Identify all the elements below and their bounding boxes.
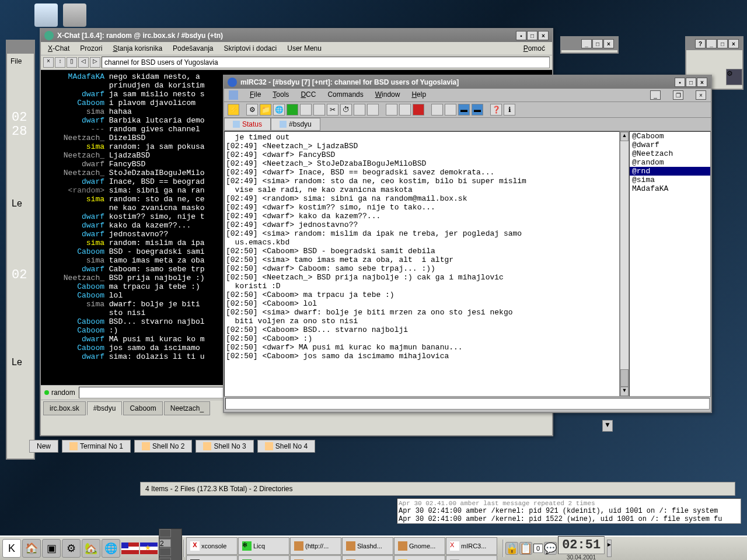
tb-get-icon[interactable] (413, 104, 424, 116)
mirc-nicklist[interactable]: @Caboom@dwarf@Neetzach@random@rnd@simaMA… (629, 131, 711, 397)
konqueror-button[interactable]: 🌐 (102, 539, 120, 558)
mirc-scrollbar[interactable]: ▲ ▼ (620, 131, 629, 397)
menu-dcc[interactable]: DCC (301, 90, 316, 100)
tray-lock-icon[interactable]: 🔒 (505, 542, 518, 555)
minimize-button[interactable]: ▪ (516, 31, 526, 40)
toolbar-next[interactable]: ▷ (90, 57, 100, 68)
maximize-button[interactable]: □ (527, 31, 537, 40)
tb-about-icon[interactable]: ℹ (504, 104, 515, 116)
taskbar-task[interactable]: Gnome... (394, 537, 445, 555)
toolbar-expand[interactable]: ↕ (55, 57, 65, 68)
channel-tab[interactable]: #bsdyu (87, 401, 123, 415)
taskbar-task[interactable]: ✻Licq (238, 537, 289, 555)
channel-tab[interactable]: Caboom (123, 401, 162, 415)
taskbar-task[interactable]: CSD o... (290, 555, 341, 560)
taskbar-task[interactable]: (KDE ... (394, 555, 445, 560)
term-tab-1[interactable]: Terminal No 1 (62, 440, 131, 453)
channel-tab[interactable]: Neetzach_ (164, 401, 210, 415)
toolbar-close[interactable]: × (43, 57, 54, 68)
term-tab-new[interactable]: New (29, 440, 58, 453)
kmenu-button[interactable]: K (2, 539, 21, 558)
nicklist-item[interactable]: @Neetzach (630, 149, 710, 158)
tb-btn[interactable] (313, 104, 325, 116)
taskbar-task[interactable]: Shell -... (186, 555, 238, 560)
taskbar-task[interactable]: Xxconsole (186, 537, 238, 555)
close-button[interactable]: × (697, 78, 707, 87)
toolbar-btn[interactable]: ▯ (67, 57, 77, 68)
tray-licq-icon[interactable]: 💬 (544, 542, 557, 555)
mdi-restore-button[interactable]: ❐ (673, 90, 683, 100)
scroll-up-icon[interactable]: ▲ (620, 132, 629, 141)
menu-skriptovi[interactable]: Skriptovi i dodaci (224, 44, 277, 52)
menu-help[interactable]: Help (411, 90, 426, 100)
maximize-button[interactable]: □ (592, 39, 603, 48)
panel-hide-button[interactable]: ▸ (607, 540, 612, 557)
desktop-button[interactable]: 🏠 (22, 539, 41, 558)
desktop-icon-trash[interactable] (61, 4, 89, 28)
tb-btn[interactable] (300, 104, 312, 116)
tray-klipper-icon[interactable]: 📋 (519, 542, 532, 555)
minimize-button[interactable]: _ (706, 39, 717, 48)
nicklist-item[interactable]: @Caboom (630, 132, 710, 141)
menu-window[interactable]: Window (375, 90, 400, 100)
tb-url-icon[interactable] (445, 104, 456, 116)
tb-options-icon[interactable]: ⚙ (246, 104, 258, 116)
taskbar-task[interactable]: ftp://g... (342, 555, 393, 560)
term-tab-3[interactable]: Shell No 3 (196, 440, 253, 453)
menu-pomoc[interactable]: Pomoć (523, 44, 545, 52)
taskbar-task[interactable]: XmIRC3... (446, 537, 497, 555)
nicklist-item[interactable]: @dwarf (630, 141, 710, 149)
close-button[interactable]: × (538, 31, 549, 40)
menu-stanja[interactable]: Stanja korisnika (113, 44, 162, 52)
xchat-titlebar[interactable]: X-Chat [1.6.4]: random @ irc.box.sk / #b… (41, 29, 552, 42)
tb-help-icon[interactable]: ❓ (490, 104, 502, 116)
scroll-down-icon[interactable]: ▼ (620, 387, 629, 396)
menu-tools[interactable]: Tools (273, 90, 289, 100)
channel-tab[interactable]: irc.box.sk (43, 401, 86, 415)
menu-podesavanja[interactable]: Podešavanja (173, 44, 213, 52)
toolbar-prev[interactable]: ◁ (78, 57, 89, 68)
tb-colors-icon[interactable] (354, 104, 365, 116)
tb-chanlist-icon[interactable] (287, 104, 298, 116)
menu-file[interactable]: File (250, 90, 261, 100)
menu-prozori[interactable]: Prozori (80, 44, 102, 52)
menu-xchat[interactable]: X-Chat (48, 44, 69, 52)
tb-log-icon[interactable] (431, 104, 443, 116)
tab-status[interactable]: Status (224, 118, 271, 131)
home-button[interactable]: 🏡 (82, 539, 100, 558)
tb-folder-icon[interactable]: 📁 (260, 104, 271, 116)
gear-icon[interactable]: ⚙ (726, 69, 742, 85)
menu-user[interactable]: User Menu (287, 44, 322, 52)
nicklist-item[interactable]: @sima (630, 176, 710, 184)
tab-bsdyu[interactable]: #bsdyu (271, 118, 320, 131)
mirc-titlebar[interactable]: mIRC32 - [#bsdyu [7] [+nrt]: channel for… (224, 76, 711, 89)
desktop-icon-home[interactable] (32, 4, 60, 28)
pager[interactable]: 2 (159, 528, 182, 560)
tb-connect-icon[interactable]: ⚡ (228, 104, 239, 116)
menu-commands[interactable]: Commands (327, 90, 363, 100)
close-button[interactable]: × (728, 39, 739, 48)
term-tab-2[interactable]: Shell No 2 (134, 440, 192, 453)
minimize-button[interactable]: ▪ (675, 78, 685, 87)
maximize-button[interactable]: □ (717, 39, 728, 48)
mdi-close-button[interactable]: × (696, 90, 706, 100)
nicklist-item[interactable]: @random (630, 158, 710, 167)
taskbar-task[interactable]: Slashd... (342, 537, 393, 555)
tb-cascade-icon[interactable]: ▬ (472, 104, 483, 116)
flag-yu-icon[interactable] (140, 542, 158, 554)
tb-globe-icon[interactable]: 🌐 (273, 104, 285, 116)
term-tab-4[interactable]: Shell No 4 (257, 440, 315, 453)
tb-scissors-icon[interactable]: ✂ (327, 104, 338, 116)
help-button[interactable]: ? (695, 39, 706, 48)
maximize-button[interactable]: □ (686, 78, 696, 87)
nicklist-item[interactable]: MAdafaKA (630, 184, 710, 193)
minimize-button[interactable]: _ (581, 39, 592, 48)
mdi-minimize-button[interactable]: _ (650, 90, 661, 100)
taskbar-task[interactable]: (http://... (290, 537, 341, 555)
topic-input[interactable] (102, 57, 550, 68)
tb-send-icon[interactable] (386, 104, 397, 116)
tb-tile-icon[interactable]: ▬ (458, 104, 470, 116)
mirc-message-input[interactable] (225, 398, 710, 410)
tb-chat-icon[interactable] (399, 104, 411, 116)
scroll-down-icon[interactable]: ▼ (602, 420, 613, 432)
